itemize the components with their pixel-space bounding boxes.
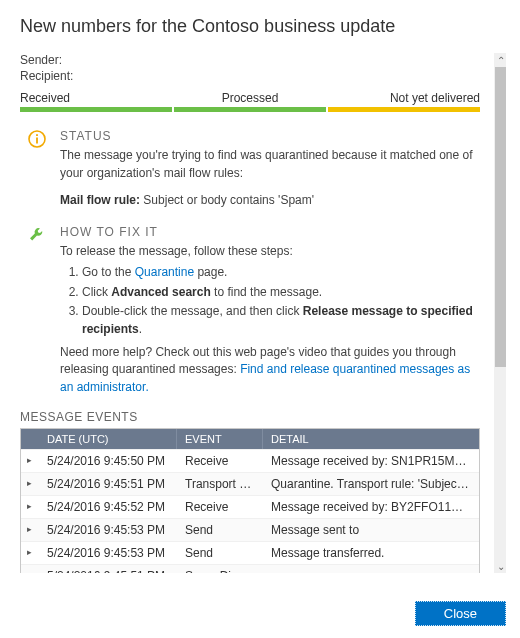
rule-label: Mail flow rule: <box>60 193 140 207</box>
events-heading: MESSAGE EVENTS <box>20 410 480 424</box>
cell-date: 5/24/2016 9:45:50 PM <box>39 450 177 472</box>
stage-received: Received <box>20 91 173 105</box>
cell-detail <box>263 565 479 573</box>
events-table: DATE (UTC) EVENT DETAIL 5/24/2016 9:45:5… <box>20 428 480 573</box>
message-trace-dialog: New numbers for the Contoso business upd… <box>0 0 520 638</box>
cell-date: 5/24/2016 9:45:53 PM <box>39 542 177 564</box>
fix-step-1: Go to the Quarantine page. <box>82 264 480 281</box>
scrollbar[interactable]: ⌃ ⌄ <box>494 53 506 573</box>
dialog-title: New numbers for the Contoso business upd… <box>20 16 506 37</box>
cell-date: 5/24/2016 9:45:51 PM <box>39 473 177 495</box>
cell-event: Receive <box>177 450 263 472</box>
fix-step-3: Double-click the message, and then click… <box>82 303 480 338</box>
cell-detail: Message received by: BY2FFO11HUB014 <box>263 496 479 518</box>
table-row[interactable]: 5/24/2016 9:45:52 PMReceiveMessage recei… <box>21 495 479 518</box>
quarantine-link[interactable]: Quarantine <box>135 265 194 279</box>
table-row[interactable]: 5/24/2016 9:45:51 PMTransport ruleQuaran… <box>21 472 479 495</box>
expand-icon[interactable] <box>21 542 39 564</box>
table-row[interactable]: 5/24/2016 9:45:51 PMSpam Diagno… <box>21 564 479 573</box>
stage-processed: Processed <box>173 91 326 105</box>
cell-event: Send <box>177 519 263 541</box>
close-button[interactable]: Close <box>415 601 506 626</box>
col-detail[interactable]: DETAIL <box>263 429 479 449</box>
cell-date: 5/24/2016 9:45:52 PM <box>39 496 177 518</box>
cell-event: Transport rule <box>177 473 263 495</box>
fix-help: Need more help? Check out this web page'… <box>60 344 480 396</box>
recipient-label: Recipient: <box>20 69 73 83</box>
sender-label: Sender: <box>20 53 62 67</box>
svg-rect-2 <box>36 134 38 136</box>
progress-bar <box>20 107 480 112</box>
events-header-row: DATE (UTC) EVENT DETAIL <box>21 429 479 449</box>
scroll-area: Sender: Recipient: Received Processed No… <box>20 53 506 573</box>
cell-detail: Message received by: SN1PR15MB0173 <box>263 450 479 472</box>
status-heading: STATUS <box>60 128 480 145</box>
expand-icon[interactable] <box>21 519 39 541</box>
cell-event: Send <box>177 542 263 564</box>
expand-icon[interactable] <box>21 450 39 472</box>
fix-step-2: Click Advanced search to find the messag… <box>82 284 480 301</box>
expand-icon[interactable] <box>21 565 39 573</box>
fix-steps: Go to the Quarantine page. Click Advance… <box>60 264 480 338</box>
scrollbar-thumb[interactable] <box>495 67 506 367</box>
table-row[interactable]: 5/24/2016 9:45:53 PMSendMessage transfer… <box>21 541 479 564</box>
scroll-down-icon[interactable]: ⌄ <box>494 559 506 573</box>
delivery-progress: Received Processed Not yet delivered <box>20 91 480 112</box>
status-section: STATUS The message you're trying to find… <box>28 128 480 210</box>
stage-not-delivered: Not yet delivered <box>327 91 480 105</box>
scroll-up-icon[interactable]: ⌃ <box>494 53 506 67</box>
dialog-footer: Close <box>415 601 506 626</box>
expand-icon[interactable] <box>21 496 39 518</box>
cell-date: 5/24/2016 9:45:53 PM <box>39 519 177 541</box>
col-event[interactable]: EVENT <box>177 429 263 449</box>
recipient-row: Recipient: <box>20 69 480 83</box>
expand-icon[interactable] <box>21 473 39 495</box>
fix-intro: To release the message, follow these ste… <box>60 243 480 260</box>
svg-rect-1 <box>36 138 38 144</box>
wrench-icon <box>28 224 48 397</box>
col-date[interactable]: DATE (UTC) <box>39 429 177 449</box>
table-row[interactable]: 5/24/2016 9:45:50 PMReceiveMessage recei… <box>21 449 479 472</box>
cell-detail: Message sent to <box>263 519 479 541</box>
cell-detail: Message transferred. <box>263 542 479 564</box>
status-text: The message you're trying to find was qu… <box>60 147 480 182</box>
table-row[interactable]: 5/24/2016 9:45:53 PMSendMessage sent to <box>21 518 479 541</box>
cell-event: Spam Diagno… <box>177 565 263 573</box>
fix-section: HOW TO FIX IT To release the message, fo… <box>28 224 480 397</box>
info-icon <box>28 128 48 210</box>
fix-heading: HOW TO FIX IT <box>60 224 480 241</box>
rule-value: Subject or body contains 'Spam' <box>143 193 314 207</box>
cell-date: 5/24/2016 9:45:51 PM <box>39 565 177 573</box>
sender-row: Sender: <box>20 53 480 67</box>
cell-event: Receive <box>177 496 263 518</box>
cell-detail: Quarantine. Transport rule: 'Subject or … <box>263 473 479 495</box>
